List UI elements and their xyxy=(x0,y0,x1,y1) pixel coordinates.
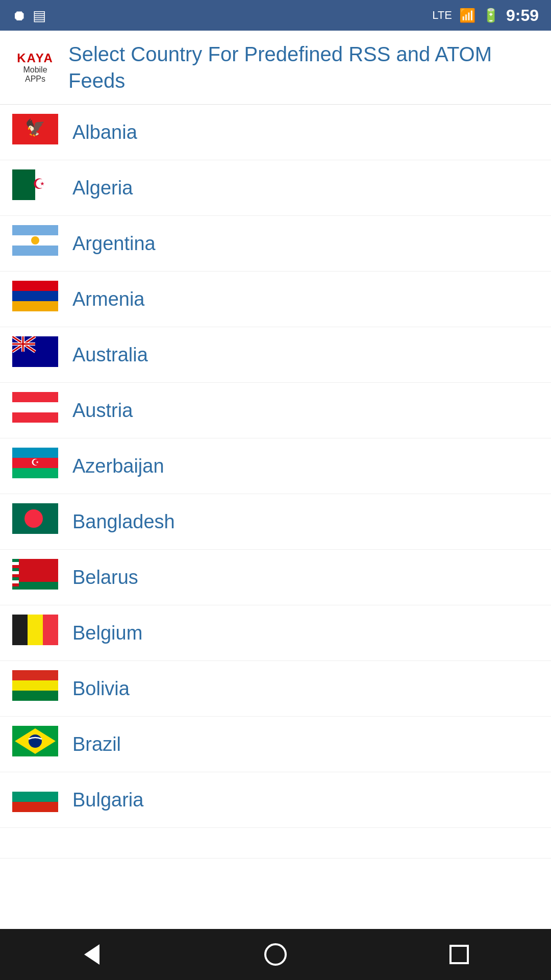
battery-icon: 🔋 xyxy=(483,8,499,23)
status-bar-right: LTE 📶 🔋 9:59 xyxy=(432,6,539,25)
svg-rect-43 xyxy=(12,691,58,701)
list-item[interactable]: Belgium xyxy=(0,605,551,661)
svg-rect-48 xyxy=(12,792,58,802)
flag-icon xyxy=(12,392,58,429)
country-name-label: Bolivia xyxy=(72,678,130,700)
status-bar: ⏺ ▤ LTE 📶 🔋 9:59 xyxy=(0,0,551,31)
svg-rect-34 xyxy=(12,559,19,590)
list-item[interactable]: Bulgaria xyxy=(0,772,551,828)
country-name-label: Albania xyxy=(72,121,137,143)
app-logo: KAYA Mobile APPs xyxy=(12,44,58,90)
country-name-label: Argentina xyxy=(72,233,156,255)
list-item[interactable]: Australia xyxy=(0,327,551,383)
country-name-label: Belgium xyxy=(72,622,142,644)
list-item[interactable]: 🦅 Albania xyxy=(0,105,551,160)
country-name-label: Armenia xyxy=(72,288,145,310)
flag-icon xyxy=(12,726,58,763)
list-item[interactable] xyxy=(0,828,551,859)
svg-rect-42 xyxy=(12,680,58,691)
list-item[interactable]: ☪ Algeria xyxy=(0,160,551,216)
list-item[interactable]: ☪ Azerbaijan xyxy=(0,438,551,494)
svg-text:☪: ☪ xyxy=(33,176,45,192)
svg-rect-38 xyxy=(12,615,28,645)
svg-rect-40 xyxy=(43,615,58,645)
flag-icon xyxy=(12,336,58,373)
flag-icon xyxy=(12,615,58,651)
country-name-label: Bangladesh xyxy=(72,511,175,533)
svg-point-30 xyxy=(24,509,43,528)
svg-rect-9 xyxy=(12,281,58,291)
list-item[interactable]: Armenia xyxy=(0,272,551,327)
svg-text:🦅: 🦅 xyxy=(25,118,45,137)
list-item[interactable]: Bangladesh xyxy=(0,494,551,550)
sim-icon: ▤ xyxy=(33,7,46,24)
status-time: 9:59 xyxy=(506,6,539,25)
svg-rect-25 xyxy=(12,448,58,458)
svg-point-51 xyxy=(265,944,286,965)
flag-icon: 🦅 xyxy=(12,114,58,151)
country-name-label: Australia xyxy=(72,344,148,366)
logo-mobile-text: Mobile xyxy=(23,65,47,75)
status-bar-left: ⏺ ▤ xyxy=(12,7,46,24)
svg-rect-47 xyxy=(12,781,58,792)
home-button[interactable] xyxy=(255,934,296,975)
back-button[interactable] xyxy=(71,934,112,975)
flag-icon xyxy=(12,225,58,262)
logo-apps-text: APPs xyxy=(25,75,45,84)
svg-rect-22 xyxy=(12,392,58,402)
list-item[interactable]: Austria xyxy=(0,383,551,438)
flag-icon xyxy=(12,559,58,596)
svg-point-8 xyxy=(31,236,39,244)
svg-rect-7 xyxy=(12,246,58,256)
record-icon: ⏺ xyxy=(12,7,27,24)
list-item[interactable]: Argentina xyxy=(0,216,551,272)
list-item[interactable]: Brazil xyxy=(0,717,551,772)
svg-text:☪: ☪ xyxy=(31,457,39,468)
page-title: Select Country For Predefined RSS and AT… xyxy=(68,41,539,94)
svg-marker-50 xyxy=(84,944,99,965)
country-name-label: Bulgaria xyxy=(72,789,143,811)
list-item[interactable]: Belarus xyxy=(0,550,551,605)
country-list: 🦅 Albania ☪ Algeria Argentina Armenia Au xyxy=(0,105,551,929)
country-name-label: Brazil xyxy=(72,733,121,755)
svg-rect-39 xyxy=(28,615,43,645)
svg-rect-2 xyxy=(12,169,35,200)
flag-icon: ☪ xyxy=(12,169,58,206)
svg-rect-41 xyxy=(12,670,58,680)
svg-rect-32 xyxy=(12,582,58,590)
svg-rect-11 xyxy=(12,301,58,311)
logo-kaya-text: KAYA xyxy=(17,51,54,65)
svg-rect-5 xyxy=(12,225,58,235)
flag-icon xyxy=(12,503,58,540)
country-name-label: Algeria xyxy=(72,177,133,199)
flag-icon xyxy=(12,670,58,707)
svg-rect-52 xyxy=(450,946,468,963)
app-header: KAYA Mobile APPs Select Country For Pred… xyxy=(0,31,551,105)
svg-rect-21 xyxy=(22,336,24,352)
flag-icon xyxy=(12,281,58,317)
country-name-label: Azerbaijan xyxy=(72,455,164,477)
lte-icon: LTE xyxy=(432,9,452,22)
country-name-label: Belarus xyxy=(72,567,138,589)
flag-icon xyxy=(12,781,58,818)
svg-rect-31 xyxy=(12,559,58,582)
svg-rect-24 xyxy=(12,412,58,423)
svg-rect-27 xyxy=(12,468,58,478)
flag-icon: ☪ xyxy=(12,448,58,484)
signal-icon: 📶 xyxy=(459,8,475,23)
svg-rect-23 xyxy=(12,402,58,412)
svg-rect-49 xyxy=(12,802,58,812)
svg-rect-10 xyxy=(12,291,58,301)
country-name-label: Austria xyxy=(72,400,133,422)
recent-button[interactable] xyxy=(439,934,480,975)
nav-bar xyxy=(0,929,551,980)
list-item[interactable]: Bolivia xyxy=(0,661,551,717)
svg-point-46 xyxy=(29,734,42,748)
